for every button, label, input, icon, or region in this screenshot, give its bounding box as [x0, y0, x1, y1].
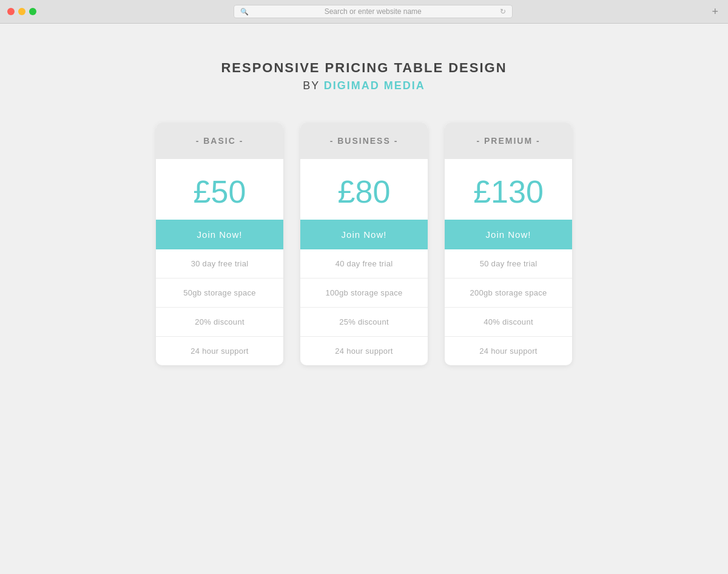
feature-item: 200gb storage space: [445, 279, 572, 308]
plan-name-basic: - BASIC -: [166, 136, 274, 146]
pricing-card-premium: - PREMIUM - £130 Join Now! 50 day free t…: [445, 123, 572, 365]
pricing-card-business: - BUSINESS - £80 Join Now! 40 day free t…: [300, 123, 428, 365]
browser-content: RESPONSIVE PRICING TABLE DESIGN BY DIGIM…: [0, 24, 728, 574]
feature-item: 20% discount: [156, 308, 283, 337]
page-subtitle: BY DIGIMAD MEDIA: [221, 79, 507, 92]
browser-chrome: 🔍 Search or enter website name ↻ +: [0, 0, 728, 24]
page-heading: RESPONSIVE PRICING TABLE DESIGN BY DIGIM…: [221, 60, 507, 92]
card-header-business: - BUSINESS -: [300, 123, 428, 159]
feature-item: 40 day free trial: [300, 249, 428, 279]
page-title: RESPONSIVE PRICING TABLE DESIGN: [221, 60, 507, 76]
price-business: £80: [310, 176, 418, 208]
features-list-basic: 30 day free trial 50gb storage space 20%…: [156, 249, 283, 365]
card-price-area-premium: £130: [445, 159, 572, 220]
card-price-area-business: £80: [300, 159, 428, 220]
feature-item: 25% discount: [300, 308, 428, 337]
feature-item: 100gb storage space: [300, 279, 428, 308]
feature-item: 50 day free trial: [445, 249, 572, 279]
pricing-card-basic: - BASIC - £50 Join Now! 30 day free tria…: [156, 123, 283, 365]
close-button[interactable]: [7, 8, 15, 15]
new-tab-button[interactable]: +: [709, 6, 721, 17]
join-button-premium[interactable]: Join Now!: [445, 220, 572, 249]
search-icon: 🔍: [240, 8, 249, 16]
feature-item: 30 day free trial: [156, 249, 283, 279]
price-basic: £50: [166, 176, 274, 208]
address-bar[interactable]: 🔍 Search or enter website name ↻: [234, 5, 513, 18]
address-bar-text: Search or enter website name: [252, 7, 494, 16]
subtitle-prefix: BY: [303, 79, 324, 92]
plan-name-premium: - PREMIUM -: [454, 136, 562, 146]
traffic-lights: [7, 8, 36, 15]
address-bar-wrapper: 🔍 Search or enter website name ↻: [42, 5, 703, 18]
card-header-basic: - BASIC -: [156, 123, 283, 159]
subtitle-brand: DIGIMAD MEDIA: [324, 79, 425, 92]
card-price-area-basic: £50: [156, 159, 283, 220]
feature-item: 24 hour support: [300, 337, 428, 365]
refresh-icon[interactable]: ↻: [500, 7, 506, 16]
maximize-button[interactable]: [29, 8, 36, 15]
feature-item: 40% discount: [445, 308, 572, 337]
card-header-premium: - PREMIUM -: [445, 123, 572, 159]
join-button-business[interactable]: Join Now!: [300, 220, 428, 249]
price-premium: £130: [454, 176, 562, 208]
plan-name-business: - BUSINESS -: [310, 136, 418, 146]
join-button-basic[interactable]: Join Now!: [156, 220, 283, 249]
minimize-button[interactable]: [18, 8, 25, 15]
feature-item: 50gb storage space: [156, 279, 283, 308]
features-list-business: 40 day free trial 100gb storage space 25…: [300, 249, 428, 365]
feature-item: 24 hour support: [445, 337, 572, 365]
pricing-container: - BASIC - £50 Join Now! 30 day free tria…: [156, 123, 572, 365]
feature-item: 24 hour support: [156, 337, 283, 365]
features-list-premium: 50 day free trial 200gb storage space 40…: [445, 249, 572, 365]
